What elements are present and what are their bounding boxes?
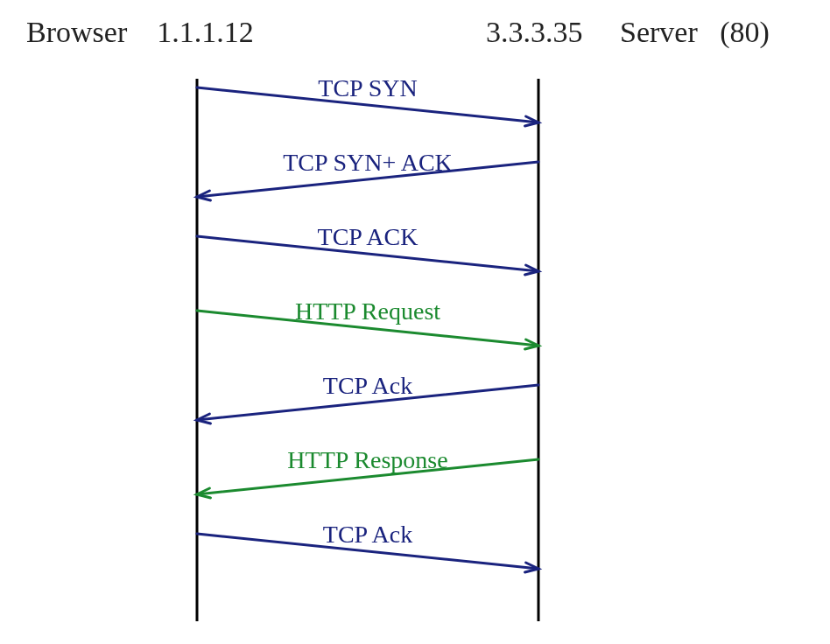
message-label: TCP SYN [318, 74, 417, 102]
message-label: HTTP Response [287, 446, 447, 473]
message-label: HTTP Request [295, 298, 440, 325]
message-label: TCP SYN+ ACK [283, 149, 453, 176]
sequence-diagram: Browser 1.1.1.12 3.3.3.35 Server (80) TC… [0, 0, 830, 644]
message-label: TCP Ack [323, 521, 412, 548]
message-label: TCP ACK [318, 223, 419, 250]
sequence-svg: TCP SYNTCP SYN+ ACKTCP ACKHTTP RequestTC… [0, 0, 830, 644]
message-label: TCP Ack [323, 372, 412, 399]
